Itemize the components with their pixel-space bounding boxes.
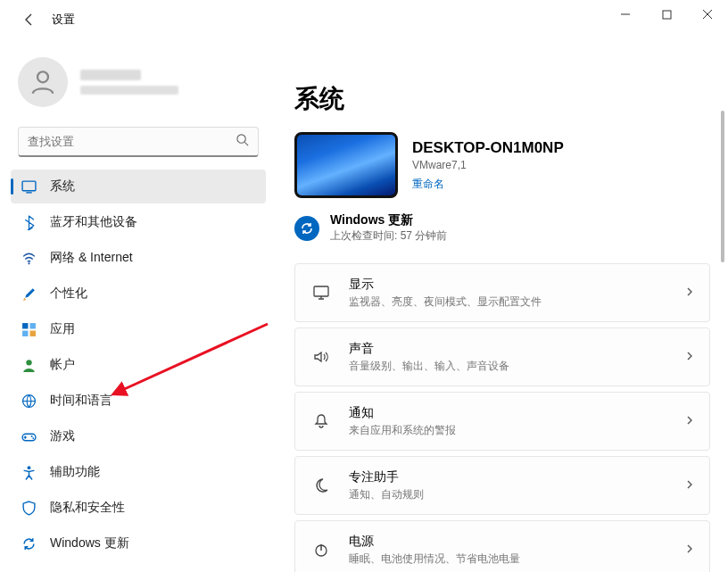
device-name: DESKTOP-ON1M0NP (412, 139, 564, 157)
device-model: VMware7,1 (412, 159, 564, 171)
maximize-button[interactable] (646, 0, 687, 29)
chevron-right-icon (684, 542, 695, 558)
nav-list: 系统蓝牙和其他设备网络 & Internet个性化应用帐户时间和语言游戏辅助功能… (5, 170, 271, 563)
svg-rect-6 (29, 323, 35, 328)
nav-item-network[interactable]: 网络 & Internet (11, 241, 266, 275)
svg-point-2 (237, 135, 245, 143)
card-title: 专注助手 (349, 469, 684, 485)
moon-icon (310, 477, 333, 494)
card-sub: 音量级别、输出、输入、声音设备 (349, 359, 684, 374)
close-button[interactable] (687, 0, 728, 29)
card-display[interactable]: 显示监视器、亮度、夜间模式、显示配置文件 (294, 263, 710, 322)
chevron-right-icon (684, 413, 695, 429)
scrollbar[interactable] (721, 111, 724, 563)
minimize-button[interactable] (605, 0, 646, 29)
nav-item-system[interactable]: 系统 (11, 170, 266, 203)
sound-icon (310, 348, 333, 366)
card-sub: 来自应用和系统的警报 (349, 423, 684, 438)
windows-update-row[interactable]: Windows 更新 上次检查时间: 57 分钟前 (294, 209, 710, 254)
sync-icon (294, 216, 319, 241)
globe-icon (20, 392, 37, 410)
search-input[interactable] (28, 135, 236, 148)
nav-label: 系统 (50, 178, 75, 195)
avatar (18, 57, 68, 107)
power-icon (310, 541, 333, 559)
person-icon (20, 356, 37, 374)
card-sub: 监视器、亮度、夜间模式、显示配置文件 (349, 294, 684, 310)
apps-icon (20, 320, 37, 338)
nav-item-apps[interactable]: 应用 (11, 312, 266, 346)
nav-label: Windows 更新 (50, 535, 129, 551)
nav-label: 帐户 (50, 357, 75, 373)
svg-rect-8 (29, 330, 35, 336)
svg-point-12 (30, 435, 32, 437)
card-title: 声音 (349, 341, 684, 357)
nav-item-access[interactable]: 辅助功能 (11, 455, 266, 489)
back-button[interactable] (14, 4, 45, 35)
nav-label: 游戏 (50, 428, 75, 444)
bt-icon (20, 213, 37, 231)
card-notif[interactable]: 通知来自应用和系统的警报 (294, 392, 710, 451)
chevron-right-icon (684, 477, 695, 493)
card-title: 电源 (349, 534, 684, 550)
shield-icon (20, 499, 37, 517)
game-icon (20, 427, 37, 445)
chevron-right-icon (684, 349, 695, 365)
card-power[interactable]: 电源睡眠、电池使用情况、节省电池电量 (294, 520, 710, 572)
card-title: 显示 (349, 277, 684, 293)
nav-label: 网络 & Internet (50, 250, 133, 266)
nav-label: 应用 (50, 321, 75, 337)
sidebar: 系统蓝牙和其他设备网络 & Internet个性化应用帐户时间和语言游戏辅助功能… (0, 39, 277, 572)
wifi-icon (20, 249, 37, 267)
update-title: Windows 更新 (330, 212, 447, 228)
card-focus[interactable]: 专注助手通知、自动规则 (294, 456, 710, 515)
rename-link[interactable]: 重命名 (412, 177, 564, 192)
user-section[interactable] (5, 48, 271, 123)
user-email-redacted (80, 86, 178, 95)
nav-label: 个性化 (50, 286, 87, 302)
svg-point-13 (32, 437, 34, 439)
nav-item-privacy[interactable]: 隐私和安全性 (11, 491, 266, 525)
main-panel: 系统 DESKTOP-ON1M0NP VMware7,1 重命名 Windows… (277, 39, 728, 572)
access-icon (20, 463, 37, 481)
nav-item-time[interactable]: 时间和语言 (11, 384, 266, 418)
svg-point-1 (37, 71, 48, 82)
card-sound[interactable]: 声音音量级别、输出、输入、声音设备 (294, 327, 710, 386)
card-sub: 通知、自动规则 (349, 487, 684, 502)
nav-item-bluetooth[interactable]: 蓝牙和其他设备 (11, 205, 266, 239)
sync-icon (20, 535, 37, 552)
system-icon (20, 178, 37, 195)
device-section: DESKTOP-ON1M0NP VMware7,1 重命名 (294, 132, 710, 198)
card-sub: 睡眠、电池使用情况、节省电池电量 (349, 551, 684, 567)
page-title: 系统 (294, 82, 710, 116)
nav-item-accounts[interactable]: 帐户 (11, 348, 266, 382)
nav-item-update[interactable]: Windows 更新 (11, 526, 266, 560)
update-sub: 上次检查时间: 57 分钟前 (330, 228, 447, 244)
svg-point-4 (28, 262, 29, 264)
svg-rect-7 (22, 330, 28, 336)
nav-item-personal[interactable]: 个性化 (11, 277, 266, 311)
display-icon (310, 284, 333, 302)
svg-point-14 (27, 466, 30, 469)
nav-item-gaming[interactable]: 游戏 (11, 419, 266, 453)
svg-rect-15 (314, 286, 328, 296)
brush-icon (20, 285, 37, 303)
nav-label: 蓝牙和其他设备 (50, 214, 137, 230)
svg-rect-5 (22, 323, 28, 328)
nav-label: 辅助功能 (50, 464, 100, 480)
search-box[interactable] (18, 127, 259, 157)
nav-label: 隐私和安全性 (50, 500, 125, 516)
bell-icon (310, 412, 333, 430)
nav-label: 时间和语言 (50, 393, 112, 409)
svg-point-9 (26, 360, 31, 365)
settings-cards: 显示监视器、亮度、夜间模式、显示配置文件声音音量级别、输出、输入、声音设备通知来… (294, 263, 710, 572)
device-image (294, 132, 398, 198)
chevron-right-icon (684, 285, 695, 301)
search-icon (236, 133, 249, 150)
window-title: 设置 (52, 12, 75, 28)
svg-rect-3 (22, 181, 36, 191)
card-title: 通知 (349, 405, 684, 421)
user-name-redacted (80, 70, 141, 80)
svg-rect-0 (663, 11, 671, 19)
